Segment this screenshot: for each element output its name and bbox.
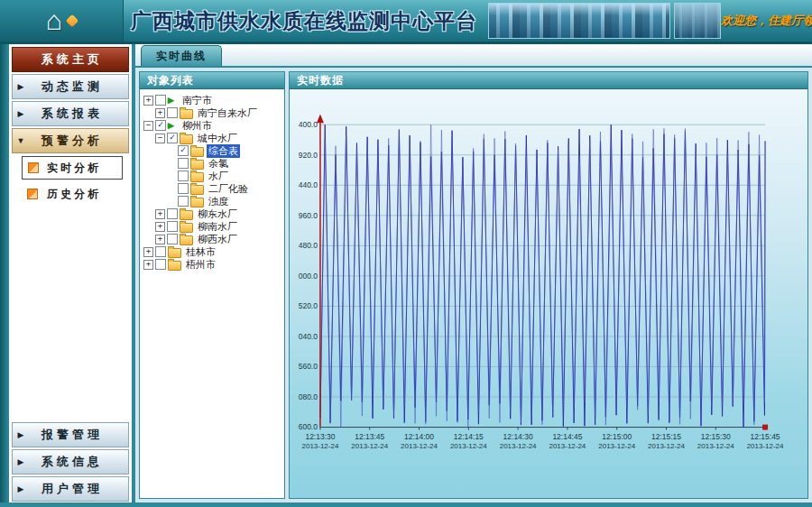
tree-node-label[interactable]: 桂林市 [184,245,217,259]
tree-checkbox[interactable]: ✓ [155,120,166,131]
tree-node[interactable]: +南宁自来水厂 [142,106,282,119]
tree-node-label[interactable]: 余氯 [207,157,230,171]
tree-node-label[interactable]: 浊度 [207,195,230,208]
collapse-icon[interactable]: − [155,134,165,143]
expand-icon[interactable]: + [155,209,165,219]
expand-icon[interactable]: + [143,247,153,257]
tree-node[interactable]: 余氯 [142,157,282,170]
sidebar-item-alarm-management[interactable]: ▶ 报警管理 [12,422,129,447]
series-end-marker [762,425,768,430]
sidebar-item-label: 系统报表 [29,106,115,122]
tree-checkbox[interactable] [167,221,178,232]
arrow-down-icon: ▼ [13,136,29,145]
tree-checkbox[interactable] [178,183,189,194]
logo: ⌂ [0,0,124,41]
tree-node-label[interactable]: 南宁市 [180,94,214,107]
orange-bullet-icon [28,162,39,173]
sidebar-accent-strip [0,44,9,502]
tree-node-label[interactable]: 水厂 [207,170,230,183]
tree-checkbox[interactable]: ✓ [178,145,189,156]
x-tick-date: 2013-12-24 [500,442,537,450]
x-tick-date: 2013-12-24 [648,442,685,450]
sidebar-spacer [9,207,132,421]
x-tick-date: 2013-12-24 [302,442,339,450]
tree-checkbox[interactable] [155,259,166,270]
x-tick-date: 2013-12-24 [450,442,487,450]
tree-checkbox[interactable] [155,95,166,106]
tree-checkbox[interactable] [178,171,189,181]
expand-icon[interactable]: + [143,260,153,270]
sidebar-item-warning-analysis[interactable]: ▼ 预警分析 [12,128,129,153]
sidebar-item-label: 预警分析 [29,133,115,149]
realtime-data-panel-title: 实时数据 [290,72,807,89]
tree-node-label[interactable]: 南宁自来水厂 [196,106,259,120]
sidebar-subitem-label: 历史分析 [45,187,103,202]
sidebar-item-dynamic-monitoring[interactable]: ▶ 动态监测 [12,74,129,99]
object-list-panel-title: 对象列表 [140,72,284,89]
folder-icon [190,160,204,170]
tree-node-label[interactable]: 柳东水厂 [196,207,239,221]
tree-node[interactable]: +▶南宁市 [142,94,282,106]
sidebar-item-system-reports[interactable]: ▶ 系统报表 [12,101,129,126]
tree-node[interactable]: +柳南水厂 [142,220,282,233]
tree-checkbox[interactable] [155,246,166,257]
tree-node-label[interactable]: 二厂化验 [207,182,250,196]
sidebar-item-history-analysis[interactable]: 历史分析 [22,183,123,205]
expand-icon[interactable]: + [155,235,165,244]
tree-node[interactable]: +柳东水厂 [142,207,282,220]
y-tick-label: 560.0 [299,363,318,372]
sidebar-item-user-management[interactable]: ▶ 用户管理 [12,476,129,502]
object-tree: +▶南宁市+南宁自来水厂−✓▶柳州市−✓城中水厂✓综合表余氯水厂二厂化验浊度+柳… [140,89,284,498]
y-tick-label: 520.0 [299,301,318,310]
folder-icon [190,198,204,207]
tree-node[interactable]: −✓城中水厂 [142,132,282,144]
sidebar-item-label: 系统信息 [29,454,115,470]
expand-icon[interactable]: + [155,222,165,232]
y-axis-arrow [317,114,324,123]
sidebar-item-label: 系统主页 [29,51,115,68]
tree-node-label[interactable]: 梧州市 [184,258,217,272]
tree-node-label[interactable]: 城中水厂 [196,132,239,145]
tree-node-label[interactable]: 柳州市 [180,119,214,133]
tree-node[interactable]: +柳西水厂 [142,233,282,245]
tree-checkbox[interactable] [178,196,189,207]
tree-checkbox[interactable] [167,107,178,118]
tree-node[interactable]: 浊度 [142,195,282,207]
tree-checkbox[interactable] [167,208,178,219]
tree-node[interactable]: 水厂 [142,170,282,182]
realtime-chart: 400.0920.0440.0960.0480.0000.0520.0040.0… [290,89,807,498]
x-tick-time: 12:14:45 [552,432,582,441]
y-tick-label: 440.0 [299,180,318,189]
house-logo-icon: ⌂ [46,7,62,34]
sidebar: ▶ 系统主页 ▶ 动态监测 ▶ 系统报表 ▼ 预警分析 实时分析 [0,44,135,502]
y-tick-label: 000.0 [299,272,318,281]
tab-realtime-curve[interactable]: 实时曲线 [141,45,222,66]
main-area: ▶ 系统主页 ▶ 动态监测 ▶ 系统报表 ▼ 预警分析 实时分析 [0,44,812,507]
tree-node-label[interactable]: 综合表 [207,144,240,158]
content-area: 实时曲线 对象列表 +▶南宁市+南宁自来水厂−✓▶柳州市−✓城中水厂✓综合表余氯… [135,44,812,502]
tree-node[interactable]: +梧州市 [142,258,282,271]
sidebar-item-system-info[interactable]: ▶ 系统信息 [12,449,129,475]
collapse-icon[interactable]: − [143,121,153,131]
tree-node[interactable]: ✓综合表 [142,144,282,157]
realtime-chart-svg: 400.0920.0440.0960.0480.0000.0520.0040.0… [290,89,807,498]
tree-node[interactable]: 二厂化验 [142,182,282,195]
x-tick-date: 2013-12-24 [697,442,734,450]
y-tick-label: 400.0 [299,120,318,129]
panels-row: 对象列表 +▶南宁市+南宁自来水厂−✓▶柳州市−✓城中水厂✓综合表余氯水厂二厂化… [135,68,812,502]
tree-checkbox[interactable] [167,234,178,244]
sidebar-item-home[interactable]: ▶ 系统主页 [12,47,129,72]
tree-node[interactable]: +桂林市 [142,245,282,258]
tree-node-label[interactable]: 柳南水厂 [196,220,239,234]
sidebar-item-realtime-analysis[interactable]: 实时分析 [22,156,123,180]
tree-node[interactable]: −✓▶柳州市 [142,119,282,132]
folder-icon [190,147,204,157]
tree-checkbox[interactable] [178,158,189,169]
x-tick-date: 2013-12-24 [747,442,784,450]
orange-bullet-icon [27,189,38,199]
page-title: 广西城市供水水质在线监测中心平台 [131,7,477,35]
expand-icon[interactable]: + [155,108,165,118]
expand-icon[interactable]: + [143,96,153,106]
tree-node-label[interactable]: 柳西水厂 [196,233,239,246]
tree-checkbox[interactable]: ✓ [167,133,178,143]
